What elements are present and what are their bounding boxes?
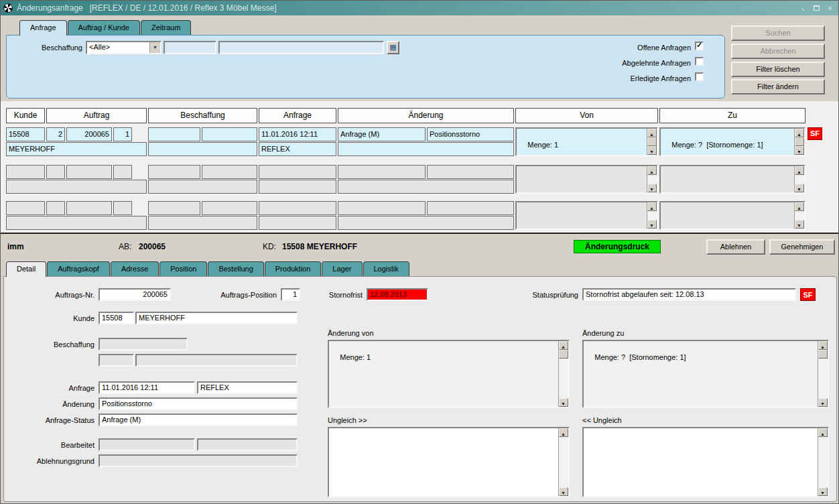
anfrage-datum-field[interactable]: 11.01.2016 12:11 — [99, 381, 195, 394]
grid-von-box[interactable]: Menge: 1 — [515, 127, 658, 156]
scroll-down-icon[interactable] — [795, 184, 804, 192]
tab-bestellung[interactable]: Bestellung — [208, 261, 263, 276]
bearbeitet-field-1[interactable] — [99, 438, 195, 451]
grid-von-box-empty[interactable] — [515, 165, 658, 194]
stornofrist-field[interactable]: 12.08.2013 — [367, 288, 428, 301]
lov-button[interactable]: ▦ — [387, 41, 399, 54]
change-filter-button[interactable]: Filter ändern — [731, 79, 825, 94]
grid-empty-cell[interactable] — [338, 180, 514, 194]
scroll-down-icon[interactable] — [795, 220, 804, 229]
scroll-track[interactable] — [559, 350, 568, 398]
grid-empty-cell[interactable] — [338, 165, 426, 179]
scroll-track[interactable] — [795, 211, 804, 220]
beschaffung-code-field[interactable] — [164, 41, 216, 54]
scrollbar[interactable] — [794, 202, 804, 229]
cell-beschaffung-2[interactable] — [202, 127, 257, 141]
scroll-track[interactable] — [647, 175, 657, 184]
ungleich-zu-box[interactable] — [582, 427, 829, 497]
scroll-down-icon[interactable] — [818, 487, 828, 496]
tab-detail[interactable]: Detail — [6, 261, 46, 277]
grid-empty-cell[interactable] — [6, 180, 147, 194]
scroll-track[interactable] — [795, 137, 804, 146]
scroll-up-icon[interactable] — [647, 202, 657, 211]
resize-icon[interactable]: ↔ — [797, 3, 809, 13]
scroll-track[interactable] — [818, 437, 828, 487]
beschaffung-name-field[interactable] — [218, 41, 384, 54]
scrollbar[interactable] — [558, 341, 568, 407]
anfrage-status-field[interactable]: Anfrage (M) — [99, 414, 298, 426]
grid-empty-cell[interactable] — [202, 165, 257, 179]
cell-anfrage-quelle[interactable]: REFLEX — [259, 142, 336, 156]
aenderung-zu-box[interactable]: Menge: ? [Stornomenge: 1] — [582, 340, 829, 408]
grid-empty-cell[interactable] — [148, 216, 257, 230]
scroll-down-icon[interactable] — [559, 398, 568, 407]
tab-auftrag-kunde[interactable]: Auftrag / Kunde — [68, 20, 140, 35]
kunde-name-field[interactable]: MEYERHOFF — [135, 312, 298, 324]
grid-empty-cell[interactable] — [148, 180, 257, 194]
cell-aenderung[interactable]: Positionsstorno — [427, 127, 514, 141]
statuspruefung-field[interactable]: Stornofrist abgelaufen seit: 12.08.13 — [582, 288, 796, 301]
scroll-thumb[interactable] — [559, 350, 568, 359]
tab-anfrage[interactable]: Anfrage — [19, 20, 67, 36]
scroll-track[interactable] — [818, 350, 828, 398]
open-requests-checkbox[interactable] — [695, 42, 704, 50]
cell-kunde-name[interactable]: MEYERHOFF — [6, 142, 147, 156]
close-icon[interactable]: × — [824, 3, 836, 13]
scrollbar[interactable] — [647, 166, 657, 192]
cell-aenderung-2[interactable] — [338, 142, 514, 156]
clear-filter-button[interactable]: Filter löschen — [731, 62, 825, 77]
grid-empty-cell[interactable] — [259, 216, 336, 230]
scroll-track[interactable] — [647, 211, 657, 220]
tab-logistik[interactable]: Logistik — [363, 261, 409, 276]
cell-beschaffung-1[interactable] — [148, 127, 200, 141]
scroll-up-icon[interactable] — [647, 166, 657, 175]
grid-empty-cell[interactable] — [259, 180, 336, 194]
reject-button[interactable]: Ablehnen — [706, 239, 765, 255]
scroll-up-icon[interactable] — [795, 129, 804, 137]
scrollbar[interactable] — [647, 129, 657, 155]
grid-empty-cell[interactable] — [6, 201, 45, 215]
tab-auftragskopf[interactable]: Auftragskopf — [47, 261, 110, 276]
grid-empty-cell[interactable] — [66, 201, 112, 215]
cell-auftrag-nr[interactable]: 200065 — [66, 127, 112, 141]
scroll-down-icon[interactable] — [795, 146, 804, 155]
scroll-down-icon[interactable] — [647, 184, 657, 192]
search-button[interactable]: Suchen — [731, 25, 825, 41]
done-requests-checkbox[interactable] — [695, 72, 704, 81]
scroll-up-icon[interactable] — [818, 341, 828, 350]
ungleich-von-box[interactable] — [328, 427, 570, 497]
scroll-down-icon[interactable] — [647, 146, 657, 155]
change-print-button[interactable]: Änderungsdruck — [574, 240, 661, 253]
grid-empty-cell[interactable] — [259, 201, 336, 215]
rejected-requests-checkbox[interactable] — [695, 57, 704, 66]
grid-empty-cell[interactable] — [6, 216, 147, 230]
auftrags-nr-field[interactable]: 200065 — [99, 288, 171, 301]
tab-position[interactable]: Position — [159, 261, 207, 276]
tab-lager[interactable]: Lager — [322, 261, 362, 276]
grid-empty-cell[interactable] — [338, 201, 426, 215]
scroll-up-icon[interactable] — [795, 166, 804, 175]
scroll-up-icon[interactable] — [559, 428, 568, 437]
scrollbar[interactable] — [794, 129, 804, 155]
maximize-icon[interactable] — [811, 3, 822, 13]
scroll-thumb[interactable] — [795, 137, 804, 146]
grid-empty-cell[interactable] — [46, 165, 65, 179]
cell-anfrage-status[interactable]: Anfrage (M) — [338, 127, 426, 141]
scroll-down-icon[interactable] — [818, 398, 828, 407]
grid-empty-cell[interactable] — [427, 201, 514, 215]
titlebar[interactable]: Änderungsanfrage [REFLEX / DE / 12.01.20… — [1, 1, 838, 15]
beschaffung-field-3[interactable] — [135, 354, 298, 367]
approve-button[interactable]: Genehmigen — [769, 239, 835, 255]
kunde-nr-field[interactable]: 15508 — [99, 312, 134, 324]
anfrage-quelle-field[interactable]: REFLEX — [197, 381, 298, 394]
scrollbar[interactable] — [558, 428, 568, 496]
cell-anfrage-datum[interactable]: 11.01.2016 12:11 — [259, 127, 336, 141]
scroll-track[interactable] — [795, 175, 804, 184]
grid-empty-cell[interactable] — [66, 165, 112, 179]
scroll-down-icon[interactable] — [559, 487, 568, 496]
scroll-down-icon[interactable] — [647, 220, 657, 229]
scroll-up-icon[interactable] — [647, 129, 657, 137]
auftrags-position-field[interactable]: 1 — [281, 288, 300, 301]
scrollbar[interactable] — [818, 428, 828, 496]
grid-zu-box-empty[interactable] — [659, 165, 805, 194]
